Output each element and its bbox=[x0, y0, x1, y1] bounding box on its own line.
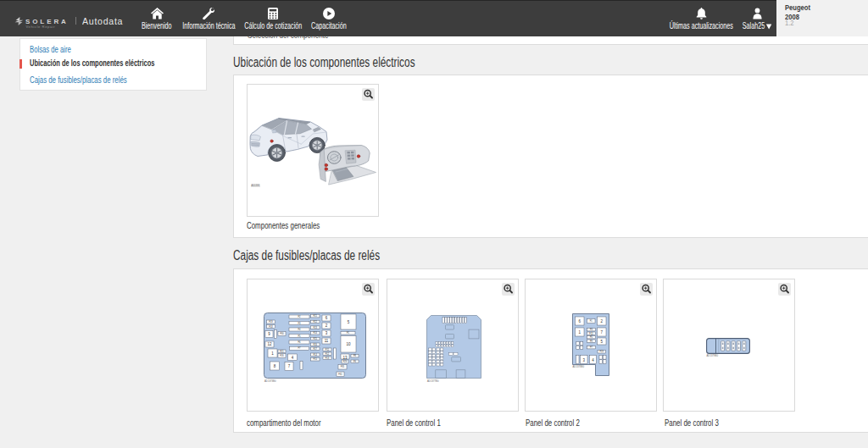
svg-text:F26: F26 bbox=[313, 343, 317, 346]
svg-text:12: 12 bbox=[267, 342, 272, 346]
svg-text:AD1373B0: AD1373B0 bbox=[264, 379, 276, 383]
svg-text:F18: F18 bbox=[269, 325, 273, 329]
svg-text:AD1379B0: AD1379B0 bbox=[707, 354, 719, 357]
svg-text:11: 11 bbox=[325, 339, 329, 343]
svg-text:F24: F24 bbox=[313, 331, 317, 335]
svg-text:F14: F14 bbox=[313, 353, 317, 357]
svg-text:F12: F12 bbox=[326, 352, 330, 356]
svg-text:F26: F26 bbox=[280, 354, 284, 357]
svg-text:F25: F25 bbox=[313, 337, 317, 340]
svg-text:AD1377B0: AD1377B0 bbox=[427, 379, 439, 383]
svg-text:F29: F29 bbox=[343, 360, 348, 363]
svg-text:F30: F30 bbox=[280, 332, 284, 335]
svg-text:F19: F19 bbox=[269, 320, 273, 324]
svg-text:F15: F15 bbox=[313, 357, 317, 361]
svg-text:F22: F22 bbox=[313, 320, 317, 324]
svg-text:13: 13 bbox=[342, 356, 348, 360]
svg-text:F11: F11 bbox=[589, 332, 593, 335]
svg-text:AD1378B0: AD1378B0 bbox=[572, 365, 584, 368]
svg-text:F13: F13 bbox=[326, 357, 330, 360]
svg-text:F19: F19 bbox=[599, 350, 604, 353]
svg-text:F23: F23 bbox=[313, 326, 317, 329]
svg-text:F21: F21 bbox=[280, 350, 284, 353]
svg-text:10: 10 bbox=[346, 342, 351, 346]
svg-text:AD1398: AD1398 bbox=[252, 184, 260, 187]
svg-text:F27: F27 bbox=[313, 347, 317, 351]
svg-text:F11: F11 bbox=[326, 348, 330, 351]
svg-text:F31: F31 bbox=[338, 373, 342, 376]
svg-text:F35: F35 bbox=[341, 365, 345, 368]
svg-text:F21: F21 bbox=[313, 314, 317, 318]
